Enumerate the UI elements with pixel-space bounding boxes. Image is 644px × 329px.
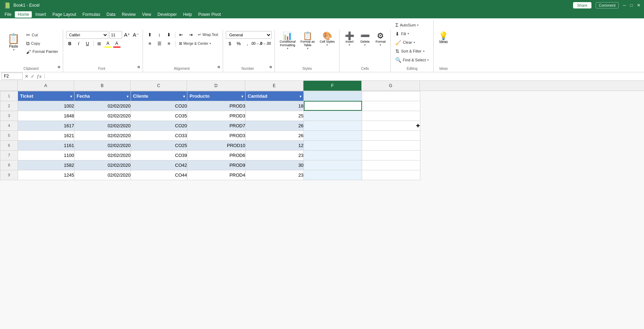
col-header-g[interactable]: G — [362, 81, 420, 91]
comma-button[interactable]: % — [235, 40, 242, 48]
cell-b5[interactable]: 02/02/2020 — [74, 130, 131, 140]
cell-b3[interactable]: 02/02/2020 — [74, 111, 131, 121]
cell-g1[interactable] — [362, 91, 420, 101]
cell-a4[interactable]: 1617 — [18, 121, 74, 130]
row-num-4[interactable]: 4 — [0, 121, 18, 130]
cell-c6[interactable]: CO25 — [131, 140, 187, 150]
cell-d8[interactable]: PROD9 — [187, 160, 246, 170]
menu-data[interactable]: Data — [104, 11, 118, 18]
cell-a3[interactable]: 1848 — [18, 111, 74, 121]
share-button[interactable]: Share — [573, 2, 591, 8]
menu-file[interactable]: File — [2, 11, 14, 18]
menu-home[interactable]: Home — [15, 11, 32, 18]
percent-button[interactable]: $ — [226, 40, 234, 48]
header-producto[interactable]: Producto ▾ — [187, 91, 246, 101]
cell-f1[interactable] — [304, 91, 362, 101]
menu-developer[interactable]: Developer — [155, 11, 180, 18]
sort-filter-button[interactable]: ⇅ Sort & Filter ▾ — [393, 47, 426, 55]
col-header-d[interactable]: D — [187, 81, 245, 91]
cell-d4[interactable]: PROD7 — [187, 121, 246, 130]
align-bottom-button[interactable]: ⬇ — [165, 31, 173, 39]
align-top-button[interactable]: ⬆ — [146, 31, 154, 39]
find-select-button[interactable]: 🔍 Find & Select ▾ — [393, 56, 430, 64]
align-left-button[interactable]: ≡ — [146, 40, 154, 48]
comma2-button[interactable]: , — [243, 40, 251, 48]
wrap-text-button[interactable]: ↵ Wrap Text — [196, 32, 220, 38]
format-table-button[interactable]: 📋 Format asTable ▾ — [299, 31, 317, 51]
cell-b8[interactable]: 02/02/2020 — [74, 160, 131, 170]
cell-f3[interactable] — [304, 111, 362, 121]
cancel-formula-icon[interactable]: ✕ — [24, 74, 29, 79]
cell-a5[interactable]: 1621 — [18, 130, 74, 140]
header-fecha[interactable]: Fecha ▾ — [74, 91, 131, 101]
cell-c4[interactable]: CO20 — [131, 121, 187, 130]
cell-g2[interactable] — [362, 101, 420, 111]
merge-dropdown[interactable]: ▾ — [210, 42, 211, 45]
cell-e8[interactable]: 30 — [246, 160, 304, 170]
cell-c7[interactable]: CO39 — [131, 150, 187, 160]
menu-view[interactable]: View — [139, 11, 154, 18]
cell-f4[interactable] — [304, 121, 362, 130]
cell-g3[interactable] — [362, 111, 420, 121]
row-num-6[interactable]: 6 — [0, 140, 18, 150]
ideas-button[interactable]: 💡 Ideas — [437, 31, 451, 45]
font-expand[interactable]: ⧉ — [138, 65, 140, 69]
insert-dropdown[interactable]: ▾ — [349, 43, 350, 47]
font-color-button[interactable]: A — [113, 40, 121, 48]
formula-input[interactable] — [47, 74, 643, 79]
fill-button[interactable]: ⬇ Fill ▾ — [393, 30, 410, 38]
cell-c3[interactable]: CO35 — [131, 111, 187, 121]
cell-e2[interactable]: 18 — [246, 101, 304, 111]
menu-insert[interactable]: Insert — [32, 11, 49, 18]
increase-decimal-button[interactable]: .0→.00 — [261, 40, 269, 48]
cell-f2[interactable] — [304, 101, 362, 111]
cell-d5[interactable]: PROD3 — [187, 130, 246, 140]
cell-e5[interactable]: 26 — [246, 130, 304, 140]
cell-e4[interactable]: 26 — [246, 121, 304, 130]
cell-g7[interactable] — [362, 150, 420, 160]
confirm-formula-icon[interactable]: ✓ — [30, 74, 35, 79]
cell-c9[interactable]: CO44 — [131, 170, 187, 180]
cell-styles-dropdown[interactable]: ▾ — [326, 43, 328, 47]
close-icon[interactable]: ✕ — [637, 3, 640, 8]
align-middle-button[interactable]: ↕ — [155, 31, 164, 39]
format-button[interactable]: ⚙ Format ▾ — [373, 31, 387, 48]
col-header-c[interactable]: C — [131, 81, 187, 91]
format-dropdown[interactable]: ▾ — [380, 43, 381, 47]
table-dropdown[interactable]: ▾ — [307, 47, 308, 50]
header-ticket[interactable]: Ticket ▾ — [18, 91, 74, 101]
align-right-button[interactable]: ≡ — [165, 40, 173, 48]
cell-f7[interactable] — [304, 150, 362, 160]
cell-e3[interactable]: 25 — [246, 111, 304, 121]
conditional-formatting-button[interactable]: 📊 ConditionalFormatting ▾ — [278, 31, 297, 51]
row-num-1[interactable]: 1 — [0, 91, 18, 101]
cell-f8[interactable] — [304, 160, 362, 170]
number-format-select[interactable]: General Number Currency — [226, 31, 272, 39]
row-num-3[interactable]: 3 — [0, 111, 18, 121]
cell-e9[interactable]: 23 — [246, 170, 304, 180]
format-painter-button[interactable]: 🖌 Format Painter — [24, 48, 60, 56]
indent-right-button[interactable]: ⇥ — [187, 31, 195, 39]
delete-dropdown[interactable]: ▾ — [364, 43, 366, 47]
decrease-decimal-button[interactable]: .00→.0 — [252, 40, 260, 48]
comment-button[interactable]: Comment — [596, 2, 619, 8]
fill-color-button[interactable]: A — [104, 40, 112, 48]
header-cliente[interactable]: Cliente ▾ — [131, 91, 187, 101]
font-size-input[interactable] — [109, 31, 122, 39]
cell-b7[interactable]: 02/02/2020 — [74, 150, 131, 160]
alignment-expand[interactable]: ⧉ — [218, 65, 220, 69]
menu-formulas[interactable]: Formulas — [80, 11, 103, 18]
cell-styles-button[interactable]: 🎨 Cell Styles ▾ — [318, 31, 337, 48]
insert-button[interactable]: ➕ Insert ▾ — [342, 31, 356, 48]
row-num-2[interactable]: 2 — [0, 101, 18, 111]
cell-b4[interactable]: 02/02/2020 — [74, 121, 131, 130]
cell-e6[interactable]: 12 — [246, 140, 304, 150]
autosum-button[interactable]: Σ AutoSum ▾ — [393, 21, 420, 29]
cell-f5[interactable] — [304, 130, 362, 140]
minimize-icon[interactable]: ─ — [623, 3, 626, 8]
cell-d9[interactable]: PROD4 — [187, 170, 246, 180]
row-num-9[interactable]: 9 — [0, 170, 18, 180]
cell-d3[interactable]: PROD3 — [187, 111, 246, 121]
row-num-5[interactable]: 5 — [0, 130, 18, 140]
cell-d6[interactable]: PROD10 — [187, 140, 246, 150]
